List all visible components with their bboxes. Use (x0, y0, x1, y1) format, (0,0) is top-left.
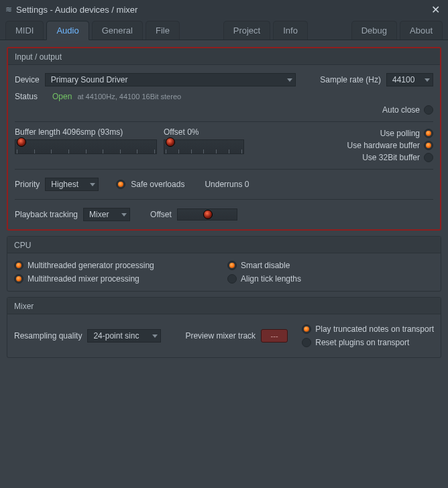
mt-mix-toggle[interactable] (14, 274, 23, 284)
auto-close-toggle[interactable] (424, 105, 433, 115)
tab-info[interactable]: Info (273, 21, 308, 40)
sample-rate-dropdown[interactable]: 44100 (386, 73, 433, 86)
group-title-io: Input / output (8, 48, 440, 65)
playback-offset-label: Offset (150, 210, 172, 219)
device-value: Primary Sound Driver (51, 75, 128, 84)
priority-value: Highest (51, 180, 78, 189)
sample-rate-value: 44100 (392, 75, 414, 84)
resampling-value: 24-point sinc (93, 331, 139, 341)
align-ticks-toggle[interactable] (227, 274, 237, 284)
offset-label: Offset 0% (164, 127, 306, 137)
safe-overloads-toggle[interactable] (116, 180, 125, 189)
safe-overloads-label: Safe overloads (131, 180, 184, 189)
buffer-length-label: Buffer length 4096smp (93ms) (15, 127, 157, 137)
chevron-down-icon (287, 78, 292, 82)
playback-tracking-label: Playback tracking (15, 210, 78, 219)
use-32bit-toggle[interactable] (424, 153, 433, 162)
app-icon: ≋ (5, 5, 12, 14)
smart-disable-toggle[interactable] (227, 261, 237, 270)
group-cpu: CPU Multithreaded generator processing M… (7, 236, 441, 292)
content: Input / output Device Primary Sound Driv… (0, 40, 448, 370)
tabs: MIDI Audio General File Project Info Deb… (0, 19, 448, 40)
tab-project[interactable]: Project (223, 21, 270, 40)
buffer-length-slider[interactable] (15, 139, 157, 154)
use-polling-label: Use polling (380, 129, 420, 138)
reset-plugins-toggle[interactable] (302, 338, 311, 347)
preview-value: --- (271, 332, 278, 340)
status-detail: at 44100Hz, 44100 16Bit stereo (77, 93, 181, 101)
group-input-output: Input / output Device Primary Sound Driv… (7, 47, 441, 231)
window-title: Settings - Audio devices / mixer (16, 5, 429, 15)
status-open: Open (52, 92, 72, 101)
mt-gen-label: Multithreaded generator processing (27, 261, 154, 270)
tab-debug[interactable]: Debug (351, 21, 397, 40)
chevron-down-icon (152, 334, 158, 338)
use-hw-buffer-toggle[interactable] (424, 141, 433, 150)
tab-general[interactable]: General (92, 21, 143, 40)
offset-slider[interactable] (164, 139, 244, 154)
mt-gen-toggle[interactable] (14, 261, 23, 270)
smart-disable-label: Smart disable (241, 261, 290, 270)
chevron-down-icon (425, 78, 430, 82)
use-hw-buffer-label: Use hardware buffer (347, 141, 420, 150)
reset-plugins-label: Reset plugins on transport (315, 338, 409, 347)
resampling-label: Resampling quality (14, 331, 82, 341)
titlebar: ≋ Settings - Audio devices / mixer ✕ (0, 0, 448, 19)
use-polling-toggle[interactable] (424, 129, 433, 138)
underruns-label: Underruns 0 (205, 180, 249, 189)
mt-mix-label: Multithreaded mixer processing (27, 274, 139, 284)
tab-midi[interactable]: MIDI (5, 21, 44, 40)
auto-close-label: Auto close (382, 105, 420, 115)
preview-label: Preview mixer track (185, 331, 256, 341)
priority-dropdown[interactable]: Highest (45, 178, 99, 191)
priority-label: Priority (15, 180, 40, 189)
device-label: Device (15, 75, 40, 84)
chevron-down-icon (90, 183, 95, 186)
group-mixer: Mixer Resampling quality 24-point sinc P… (7, 297, 441, 358)
playback-tracking-value: Mixer (89, 210, 109, 219)
playback-tracking-dropdown[interactable]: Mixer (83, 208, 130, 221)
status-label: Status (15, 92, 38, 101)
tab-file[interactable]: File (146, 21, 180, 40)
preview-track-button[interactable]: --- (261, 329, 288, 343)
tab-about[interactable]: About (400, 21, 443, 40)
resampling-dropdown[interactable]: 24-point sinc (87, 329, 161, 343)
playback-offset-slider[interactable] (177, 208, 237, 221)
play-truncated-toggle[interactable] (302, 324, 311, 334)
align-ticks-label: Align tick lengths (241, 274, 301, 284)
play-truncated-label: Play truncated notes on transport (315, 324, 434, 334)
close-icon[interactable]: ✕ (429, 2, 443, 17)
device-dropdown[interactable]: Primary Sound Driver (45, 73, 296, 86)
use-32bit-label: Use 32Bit buffer (362, 153, 420, 162)
chevron-down-icon (121, 213, 127, 217)
sample-rate-label: Sample rate (Hz) (320, 75, 381, 84)
tab-audio[interactable]: Audio (46, 21, 89, 40)
group-title-cpu: CPU (7, 237, 441, 253)
group-title-mixer: Mixer (7, 298, 441, 314)
